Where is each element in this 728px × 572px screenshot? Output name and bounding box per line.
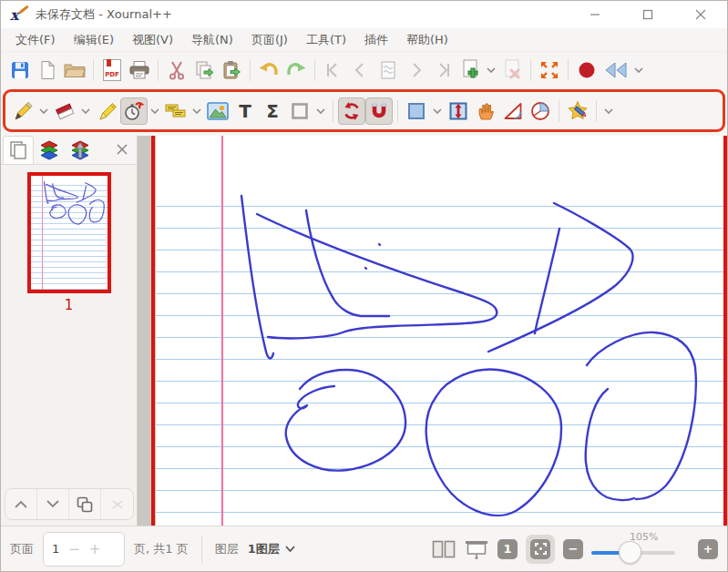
select-dropdown[interactable] xyxy=(432,99,443,123)
next-page-button[interactable] xyxy=(402,56,429,84)
window-controls xyxy=(569,1,727,28)
pen-strokes xyxy=(156,136,725,526)
last-page-button[interactable] xyxy=(429,56,456,84)
print-button[interactable] xyxy=(126,56,153,84)
select-pdf-text-button[interactable] xyxy=(162,97,190,125)
play-object-dropdown[interactable] xyxy=(149,99,160,123)
pen-tool-button[interactable] xyxy=(9,97,36,125)
tab-layer-preview[interactable] xyxy=(34,136,65,164)
save-button[interactable] xyxy=(6,56,34,84)
vertical-space-button[interactable] xyxy=(445,97,472,125)
favorite-tools-button[interactable] xyxy=(564,97,591,125)
page-decrement-button[interactable]: − xyxy=(68,541,80,557)
cut-button[interactable] xyxy=(163,56,190,84)
toolbar-separator xyxy=(559,100,559,122)
add-page-dropdown[interactable] xyxy=(486,58,497,82)
toolbar-separator xyxy=(314,59,315,81)
undo-button[interactable] xyxy=(255,56,282,84)
page-increment-button[interactable]: + xyxy=(89,541,101,557)
pen-dropdown[interactable] xyxy=(38,99,49,123)
first-page-button[interactable] xyxy=(320,56,347,84)
zoom-slider[interactable]: 105% xyxy=(591,529,690,569)
rotation-snapping-toggle[interactable] xyxy=(338,97,365,125)
move-page-down-button[interactable] xyxy=(37,489,69,519)
highlighter-tool-button[interactable] xyxy=(93,97,120,125)
titlebar: x 未保存文档 - Xournal++ xyxy=(1,1,727,28)
document-page[interactable] xyxy=(156,136,723,526)
draw-rectangle-button[interactable] xyxy=(286,97,313,125)
main-toolbar: PDF xyxy=(1,52,727,88)
page-preview-button[interactable] xyxy=(374,56,402,84)
presentation-view-icon[interactable] xyxy=(464,539,489,559)
menu-help[interactable]: 帮助(H) xyxy=(397,29,457,51)
text-tool-button[interactable]: T xyxy=(231,97,259,125)
tab-page-preview[interactable] xyxy=(3,136,34,164)
menu-file[interactable]: 文件(F) xyxy=(6,29,65,51)
sidebar-tabs xyxy=(1,136,137,165)
toolbar-overflow-dropdown[interactable] xyxy=(603,99,614,123)
new-file-button[interactable] xyxy=(34,56,61,84)
menu-plugins[interactable]: 插件 xyxy=(355,29,397,51)
page-label: 页面 xyxy=(10,541,34,557)
export-pdf-button[interactable]: PDF xyxy=(98,56,126,84)
record-audio-button[interactable] xyxy=(573,56,600,84)
move-page-up-button[interactable] xyxy=(5,489,37,519)
rectangle-shape-icon xyxy=(289,100,311,122)
menu-page[interactable]: 页面(J) xyxy=(242,29,297,51)
tab-layerstack-preview[interactable] xyxy=(65,136,96,164)
go-last-icon xyxy=(434,61,452,79)
minimize-button[interactable] xyxy=(569,1,621,28)
copy-button[interactable] xyxy=(190,56,218,84)
zoom-slider-thumb[interactable] xyxy=(619,541,641,564)
zoom-fit-button[interactable] xyxy=(530,539,550,559)
toolbar-separator xyxy=(397,100,398,122)
menu-view[interactable]: 视图(V) xyxy=(123,29,182,51)
go-next-icon xyxy=(406,61,425,79)
paste-button[interactable] xyxy=(218,56,245,84)
sidebar-close-button[interactable] xyxy=(117,141,128,158)
setsquare-button[interactable] xyxy=(499,97,527,125)
window-title: 未保存文档 - Xournal++ xyxy=(36,6,172,23)
insert-image-button[interactable] xyxy=(204,97,231,125)
delete-page-button[interactable] xyxy=(498,56,526,84)
layer-dropdown[interactable]: 1图层 xyxy=(248,541,295,557)
page-spinbox[interactable]: 1 − + xyxy=(43,532,125,567)
playback-dropdown[interactable] xyxy=(633,58,644,82)
open-button[interactable] xyxy=(61,56,88,84)
menu-edit[interactable]: 编辑(E) xyxy=(65,29,123,51)
page-spinbox-value: 1 xyxy=(52,542,59,556)
page-thumbnail-selected[interactable] xyxy=(27,172,111,293)
zoom-out-button[interactable]: − xyxy=(563,539,583,559)
page-annotated-icon xyxy=(379,60,397,80)
go-first-icon xyxy=(324,61,343,79)
rotation-snap-icon xyxy=(341,100,363,122)
math-tex-button[interactable]: Σ xyxy=(259,97,286,125)
delete-page-sidebar-button[interactable] xyxy=(101,489,133,519)
previous-page-button[interactable] xyxy=(347,56,374,84)
maximize-button[interactable] xyxy=(621,1,674,28)
hand-tool-button[interactable] xyxy=(472,97,499,125)
pdf-text-select-dropdown[interactable] xyxy=(191,99,202,123)
rect-select-button[interactable] xyxy=(403,97,430,125)
play-object-tool-button[interactable] xyxy=(120,97,148,125)
menu-tools[interactable]: 工具(T) xyxy=(297,29,355,51)
grid-snapping-toggle[interactable] xyxy=(365,97,393,125)
fullscreen-button[interactable] xyxy=(536,56,563,84)
compass-button[interactable] xyxy=(527,97,554,125)
shape-dropdown[interactable] xyxy=(315,99,326,123)
zoom-in-button[interactable]: + xyxy=(698,539,718,559)
audio-playback-button[interactable] xyxy=(600,56,631,84)
redo-button[interactable] xyxy=(282,56,310,84)
toolbar-separator xyxy=(250,59,251,81)
duplicate-page-button[interactable] xyxy=(69,489,101,519)
menu-navigation[interactable]: 导航(N) xyxy=(182,29,242,51)
add-page-button[interactable] xyxy=(456,56,484,84)
zoom-original-button[interactable]: 1 xyxy=(497,539,518,559)
export-pdf-icon: PDF xyxy=(103,59,121,81)
stopwatch-stroke-icon xyxy=(122,99,146,123)
eraser-dropdown[interactable] xyxy=(80,99,91,123)
dual-page-view-icon[interactable] xyxy=(432,540,456,558)
canvas-viewport[interactable] xyxy=(138,136,727,526)
eraser-tool-button[interactable] xyxy=(51,97,78,125)
close-button[interactable] xyxy=(674,1,727,28)
